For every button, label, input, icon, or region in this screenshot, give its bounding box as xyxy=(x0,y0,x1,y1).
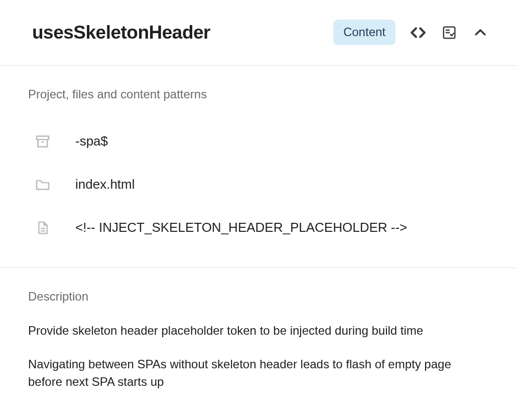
pattern-text: -spa$ xyxy=(75,132,108,151)
code-icon[interactable] xyxy=(410,24,427,41)
pattern-text: <!-- INJECT_SKELETON_HEADER_PLACEHOLDER … xyxy=(75,218,407,237)
pattern-row: -spa$ xyxy=(0,120,517,163)
panel-title: usesSkeletonHeader xyxy=(32,19,210,46)
description-section: Description Provide skeleton header plac… xyxy=(0,268,517,421)
description-paragraph: Navigating between SPAs without skeleton… xyxy=(28,356,480,391)
pattern-row: index.html xyxy=(0,163,517,206)
collapse-icon[interactable] xyxy=(472,24,489,41)
patterns-label: Project, files and content patterns xyxy=(0,66,517,120)
file-icon xyxy=(34,220,51,236)
archive-icon xyxy=(34,133,51,150)
content-chip[interactable]: Content xyxy=(333,20,396,45)
description-label: Description xyxy=(28,268,489,323)
folder-icon xyxy=(34,177,51,193)
checklist-icon[interactable] xyxy=(441,24,458,41)
svg-rect-3 xyxy=(37,136,49,140)
pattern-text: index.html xyxy=(75,175,135,194)
description-paragraph: Provide skeleton header placeholder toke… xyxy=(28,322,480,340)
pattern-row: <!-- INJECT_SKELETON_HEADER_PLACEHOLDER … xyxy=(0,206,517,249)
panel-header: usesSkeletonHeader Content xyxy=(0,0,517,66)
patterns-section: Project, files and content patterns -spa… xyxy=(0,66,517,268)
header-actions: Content xyxy=(333,20,489,45)
panel: usesSkeletonHeader Content Project, file… xyxy=(0,0,517,420)
